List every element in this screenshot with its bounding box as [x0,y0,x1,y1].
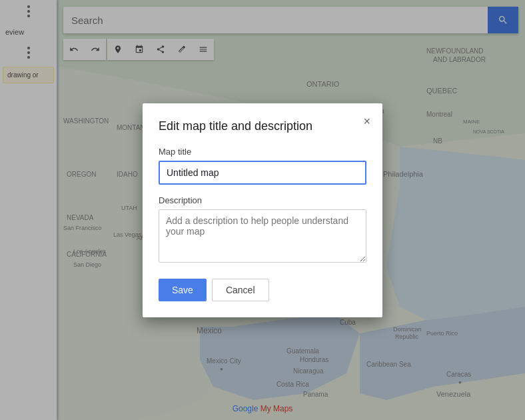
map-title-label: Map title [159,147,366,157]
description-group: Description [159,195,366,265]
map-title-input[interactable] [159,161,366,185]
description-textarea[interactable] [159,209,366,263]
edit-map-dialog: Edit map title and description × Map tit… [143,103,382,317]
save-button[interactable]: Save [159,279,207,301]
description-label: Description [159,195,366,205]
cancel-button[interactable]: Cancel [212,279,269,301]
dialog-close-button[interactable]: × [362,114,372,129]
map-title-group: Map title [159,147,366,185]
modal-overlay: Edit map title and description × Map tit… [0,0,525,420]
dialog-title: Edit map title and description [159,119,366,133]
dialog-actions: Save Cancel [159,279,366,301]
